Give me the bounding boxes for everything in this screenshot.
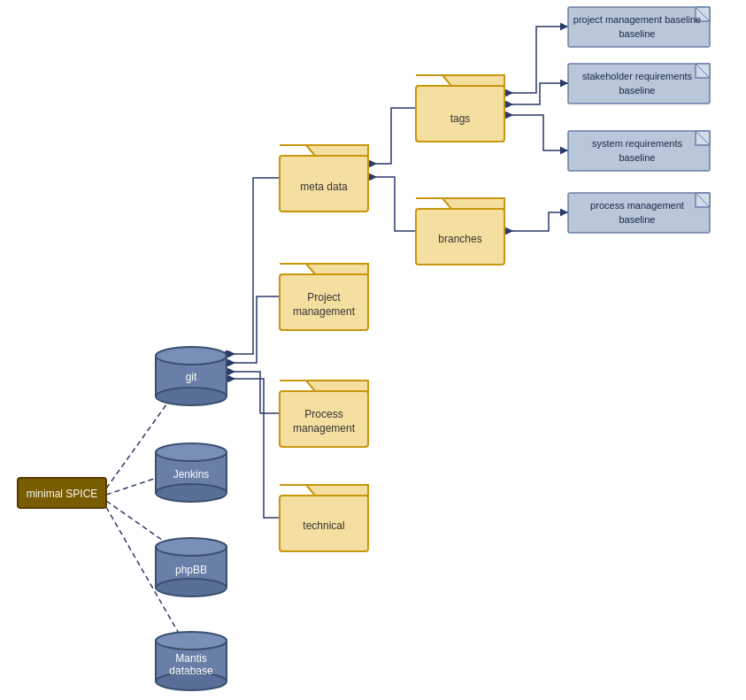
svg-rect-10 xyxy=(568,131,710,171)
svg-text:management: management xyxy=(293,422,356,435)
svg-text:baseline: baseline xyxy=(619,152,656,163)
svg-text:branches: branches xyxy=(438,233,481,245)
line-branches-doc4 xyxy=(504,212,568,231)
svg-text:phpBB: phpBB xyxy=(175,564,207,576)
cylinder-phpbb: phpBB xyxy=(156,538,227,596)
svg-text:minimal SPICE: minimal SPICE xyxy=(27,488,98,500)
svg-text:Mantis: Mantis xyxy=(175,652,206,665)
svg-text:tags: tags xyxy=(450,112,471,125)
cylinder-git: git xyxy=(156,347,227,405)
folder-tags: tags xyxy=(416,75,504,142)
cylinder-jenkins: Jenkins xyxy=(156,443,227,502)
svg-rect-6 xyxy=(568,64,710,104)
cylinder-mantis: Mantis database xyxy=(156,632,227,690)
svg-point-38 xyxy=(156,443,227,461)
line-metadata-branches xyxy=(368,177,416,231)
svg-text:system requirements: system requirements xyxy=(592,138,683,149)
doc-process-management-baseline: process management baseline xyxy=(568,193,710,233)
svg-rect-2 xyxy=(568,7,710,47)
svg-text:technical: technical xyxy=(303,519,344,532)
doc-project-management-baseline: project management baseline baseline xyxy=(568,7,710,47)
architecture-diagram: project management baseline baseline sta… xyxy=(0,0,746,700)
svg-text:database: database xyxy=(169,665,213,677)
folder-meta-data: meta data xyxy=(280,145,368,212)
svg-text:baseline: baseline xyxy=(619,214,656,225)
svg-text:project management
baseline: project management baseline xyxy=(573,14,701,25)
line-git-technical xyxy=(227,379,280,518)
svg-text:management: management xyxy=(293,305,356,318)
svg-text:stakeholder requirements: stakeholder requirements xyxy=(582,71,693,81)
folder-process-management: Process management xyxy=(280,381,368,447)
svg-point-37 xyxy=(156,484,227,502)
line-git-metadata xyxy=(227,178,280,354)
doc-stakeholder-requirements-baseline: stakeholder requirements baseline xyxy=(568,64,710,104)
svg-text:git: git xyxy=(186,371,197,383)
line-git-process xyxy=(227,372,280,413)
spice-box: minimal SPICE xyxy=(18,478,106,508)
folder-technical: technical xyxy=(280,485,368,551)
svg-point-41 xyxy=(156,579,227,596)
svg-text:baseline: baseline xyxy=(619,28,656,39)
svg-text:Process: Process xyxy=(304,408,342,420)
svg-point-46 xyxy=(156,632,227,650)
svg-point-34 xyxy=(156,347,227,365)
svg-text:process management: process management xyxy=(590,200,684,211)
svg-point-42 xyxy=(156,538,227,556)
doc-system-requirements-baseline: system requirements baseline xyxy=(568,131,710,171)
svg-text:baseline: baseline xyxy=(619,85,656,96)
folder-project-management: Project management xyxy=(280,264,368,330)
svg-rect-14 xyxy=(568,193,710,233)
svg-point-33 xyxy=(156,388,227,405)
svg-text:Project: Project xyxy=(307,291,341,304)
line-tags-doc3 xyxy=(504,115,568,150)
line-metadata-tags xyxy=(368,108,416,164)
folder-branches: branches xyxy=(416,198,504,265)
svg-text:Jenkins: Jenkins xyxy=(173,468,210,481)
svg-text:meta data: meta data xyxy=(300,181,348,193)
